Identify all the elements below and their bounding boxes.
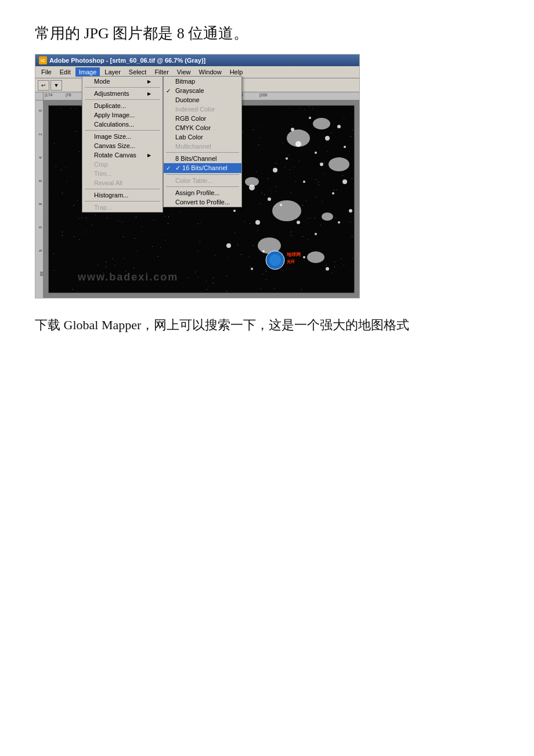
svg-point-33 <box>272 200 301 221</box>
svg-point-22 <box>342 179 347 184</box>
menu-item-adjustments[interactable]: Adjustments <box>82 89 163 98</box>
svg-point-10 <box>273 168 277 172</box>
mode-grayscale[interactable]: Grayscale <box>164 86 241 95</box>
svg-point-35 <box>307 251 324 263</box>
ruler-tick-200: |200 <box>259 93 268 97</box>
mode-assign-profile[interactable]: Assign Profile... <box>164 188 241 197</box>
page-heading: 常用的 JPG 图片都是 8 位通道。 <box>35 23 499 44</box>
svg-point-6 <box>337 125 341 128</box>
svg-point-41 <box>269 254 281 266</box>
svg-point-3 <box>309 117 311 119</box>
svg-point-13 <box>268 197 271 201</box>
toolbar-btn-1[interactable]: ↩ <box>38 80 49 91</box>
svg-point-37 <box>245 177 259 186</box>
ruler-tick-176: |76 <box>66 93 71 97</box>
mode-lab-color[interactable]: Lab Color <box>164 132 241 142</box>
menu-edit[interactable]: Edit <box>56 67 74 77</box>
mode-16bit[interactable]: ✓ 16 Bits/Channel <box>164 163 241 173</box>
svg-point-38 <box>322 213 333 221</box>
ps-titlebar: !C Adobe Photoshop - [srtm_60_06.tif @ 6… <box>35 55 359 66</box>
svg-point-18 <box>255 220 260 225</box>
menu-item-rotate-canvas[interactable]: Rotate Canvas <box>82 150 163 160</box>
svg-point-27 <box>251 268 253 270</box>
photoshop-screenshot: !C Adobe Photoshop - [srtm_60_06.tif @ 6… <box>35 54 360 298</box>
sep3 <box>85 130 160 131</box>
ruler-corner <box>35 92 44 100</box>
menu-file[interactable]: File <box>38 67 55 77</box>
menu-item-duplicate[interactable]: Duplicate... <box>82 101 163 110</box>
svg-point-32 <box>313 118 330 129</box>
svg-point-30 <box>349 209 352 213</box>
svg-point-31 <box>287 129 310 147</box>
svg-text:光环: 光环 <box>286 259 295 264</box>
ps-icon-text: !C <box>41 58 45 63</box>
rl-4: 4 <box>38 157 42 159</box>
rl-10: 0 <box>38 226 42 229</box>
sep2 <box>85 99 160 100</box>
svg-point-17 <box>315 233 317 235</box>
svg-point-9 <box>320 163 323 166</box>
svg-point-8 <box>286 157 288 160</box>
mode-duotone[interactable]: Duotone <box>164 95 241 105</box>
dropdown-mode-menu: Bitmap Grayscale Duotone Indexed Color R… <box>163 76 242 207</box>
svg-point-12 <box>344 146 346 148</box>
svg-text:地球网: 地球网 <box>286 252 301 257</box>
mode-bitmap[interactable]: Bitmap <box>164 77 241 86</box>
menu-item-trim: Trim... <box>82 169 163 178</box>
menu-layer[interactable]: Layer <box>101 67 124 77</box>
svg-point-5 <box>315 152 317 154</box>
toolbar-btn-2[interactable]: ▼ <box>50 80 62 91</box>
rl-b: b <box>38 250 42 252</box>
svg-point-4 <box>325 136 330 141</box>
menu-image[interactable]: Image <box>75 67 100 77</box>
menu-item-histogram[interactable]: Histogram... <box>82 190 163 200</box>
mode-sep1 <box>166 152 239 153</box>
rl-2: 2 <box>38 134 42 136</box>
rl-6: 6 <box>38 180 42 182</box>
ruler-left: 0 2 4 6 8 0 b 88 <box>35 100 44 298</box>
ps-app-icon: !C <box>39 56 47 64</box>
menu-item-crop: Crop <box>82 160 163 169</box>
rl-8: 8 <box>38 203 42 206</box>
svg-point-16 <box>297 221 300 224</box>
svg-point-28 <box>226 243 231 248</box>
mode-indexed-color: Indexed Color <box>164 105 241 114</box>
menu-item-mode[interactable]: Mode <box>82 77 163 86</box>
sep1 <box>85 87 160 88</box>
menu-view[interactable]: View <box>174 67 194 77</box>
menu-select[interactable]: Select <box>125 67 150 77</box>
mode-cmyk-color[interactable]: CMYK Color <box>164 123 241 132</box>
svg-point-26 <box>326 267 329 271</box>
ps-title-text: Adobe Photoshop - [srtm_60_06.tif @ 66.7… <box>49 57 205 64</box>
mode-rgb-color[interactable]: RGB Color <box>164 114 241 123</box>
mode-8bit[interactable]: 8 Bits/Channel <box>164 154 241 163</box>
mode-sep2 <box>166 174 239 175</box>
menu-item-apply-image[interactable]: Apply Image... <box>82 110 163 120</box>
svg-point-36 <box>329 157 349 171</box>
menu-filter[interactable]: Filter <box>151 67 172 77</box>
svg-point-25 <box>303 256 305 258</box>
svg-point-11 <box>303 181 305 183</box>
footer-text: 下载 Global Mapper，网上可以搜索一下，这是一个强大的地图格式 <box>35 315 499 335</box>
svg-point-29 <box>338 221 340 224</box>
menu-item-reveal-all: Reveal All <box>82 178 163 188</box>
sep4 <box>85 189 160 189</box>
mode-sep3 <box>166 186 239 187</box>
menu-item-trap: Trap... <box>82 203 163 212</box>
mode-color-table: Color Table... <box>164 176 241 185</box>
svg-point-19 <box>233 210 236 212</box>
svg-point-21 <box>332 192 334 195</box>
rl-0: 0 <box>38 110 42 112</box>
menu-item-canvas-size[interactable]: Canvas Size... <box>82 141 163 150</box>
menu-item-calculations[interactable]: Calculations... <box>82 120 163 129</box>
svg-text:www.badexi.com: www.badexi.com <box>77 271 178 283</box>
sep5 <box>85 201 160 201</box>
menu-help[interactable]: Help <box>226 67 247 77</box>
mode-multichannel: Multichannel <box>164 142 241 151</box>
dropdown-image-menu: Mode Adjustments Duplicate... Apply Imag… <box>82 76 163 213</box>
mode-convert-profile[interactable]: Convert to Profile... <box>164 197 241 207</box>
ruler-tick-174: |174 <box>45 93 53 97</box>
menu-window[interactable]: Window <box>196 67 225 77</box>
menu-item-image-size[interactable]: Image Size... <box>82 132 163 141</box>
